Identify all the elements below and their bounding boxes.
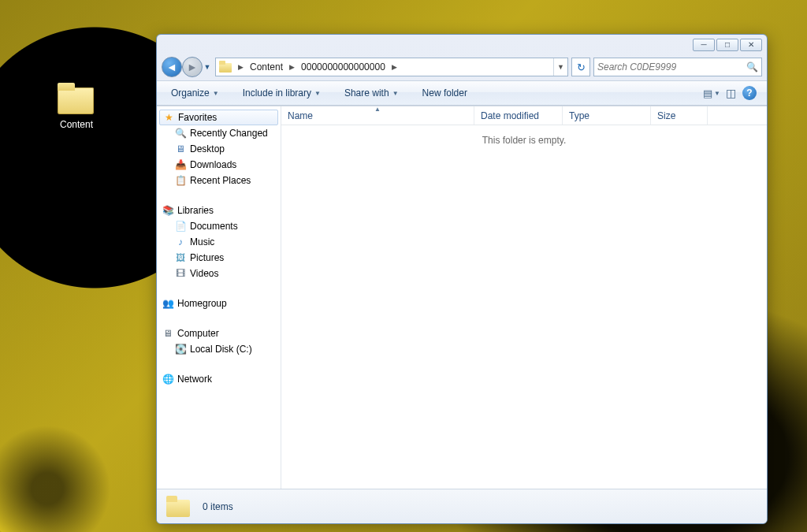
column-name[interactable]: ▲Name bbox=[281, 106, 474, 125]
documents-icon: 📄 bbox=[174, 220, 187, 233]
share-with-menu[interactable]: Share with▼ bbox=[338, 84, 405, 102]
view-icon: ▤ bbox=[703, 87, 712, 99]
sidebar-item-label: Desktop bbox=[190, 143, 225, 154]
computer-group[interactable]: 🖥Computer bbox=[157, 326, 281, 341]
new-folder-button[interactable]: New folder bbox=[416, 84, 474, 102]
breadcrumb-arrow-icon[interactable]: ▶ bbox=[286, 63, 298, 71]
chevron-down-icon: ▼ bbox=[314, 90, 321, 97]
sidebar-item-recent-places[interactable]: 📋Recent Places bbox=[157, 173, 281, 188]
address-bar[interactable]: ▶ Content ▶ 0000000000000000 ▶ ▼ bbox=[215, 58, 568, 76]
sidebar-item-label: Music bbox=[190, 236, 214, 247]
refresh-icon: ↻ bbox=[577, 61, 586, 73]
search-box[interactable]: 🔍 bbox=[593, 58, 762, 76]
sidebar-item-label: Recent Places bbox=[190, 175, 251, 186]
column-date-modified[interactable]: Date modified bbox=[474, 106, 563, 125]
group-label: Libraries bbox=[177, 205, 214, 216]
chevron-down-icon: ▼ bbox=[714, 90, 720, 97]
status-folder-icon bbox=[165, 495, 193, 519]
breadcrumb-folder[interactable]: 0000000000000000 bbox=[298, 58, 389, 76]
nav-buttons: ◄ ► ▼ bbox=[162, 57, 212, 77]
address-dropdown[interactable]: ▼ bbox=[553, 58, 567, 76]
empty-text: This folder is empty. bbox=[482, 135, 566, 489]
navigation-row: ◄ ► ▼ ▶ Content ▶ 0000000000000000 ▶ ▼ ↻… bbox=[157, 54, 767, 80]
column-label: Date modified bbox=[481, 110, 539, 121]
pane-icon: ◫ bbox=[726, 87, 736, 99]
minimize-icon: ─ bbox=[701, 40, 706, 49]
search-input[interactable] bbox=[597, 61, 746, 73]
organize-menu[interactable]: Organize▼ bbox=[165, 84, 225, 102]
desktop-background: Content ─ □ ✕ ◄ ► ▼ ▶ Content ▶ 00000000… bbox=[0, 0, 807, 532]
column-label: Size bbox=[657, 110, 675, 121]
column-label: Type bbox=[569, 110, 589, 121]
search-icon[interactable]: 🔍 bbox=[746, 61, 758, 73]
group-label: Network bbox=[177, 374, 212, 385]
column-spacer bbox=[708, 106, 767, 125]
navigation-pane: ★Favorites 🔍Recently Changed 🖥Desktop 📥D… bbox=[157, 106, 281, 489]
close-icon: ✕ bbox=[748, 40, 754, 49]
nav-history-dropdown[interactable]: ▼ bbox=[203, 63, 212, 71]
favorites-group[interactable]: ★Favorites bbox=[159, 110, 278, 125]
group-label: Homegroup bbox=[177, 298, 227, 309]
desktop-folder-content[interactable]: Content bbox=[46, 83, 107, 130]
videos-icon: 🎞 bbox=[174, 267, 187, 280]
back-button[interactable]: ◄ bbox=[162, 57, 182, 77]
forward-button[interactable]: ► bbox=[182, 57, 203, 77]
sidebar-item-videos[interactable]: 🎞Videos bbox=[157, 266, 281, 281]
preview-pane-button[interactable]: ◫ bbox=[721, 84, 740, 102]
refresh-button[interactable]: ↻ bbox=[571, 58, 590, 76]
sidebar-item-label: Videos bbox=[190, 268, 218, 279]
desktop-icon-label: Content bbox=[60, 119, 93, 130]
homegroup-group[interactable]: 👥Homegroup bbox=[157, 296, 281, 311]
pictures-icon: 🖼 bbox=[174, 251, 187, 264]
maximize-button[interactable]: □ bbox=[716, 39, 738, 51]
address-folder-icon bbox=[219, 61, 233, 73]
sidebar-item-local-disk-c[interactable]: 💽Local Disk (C:) bbox=[157, 341, 281, 357]
toolbar-label: Include in library bbox=[243, 87, 311, 99]
chevron-down-icon: ▼ bbox=[213, 90, 219, 97]
sidebar-item-desktop[interactable]: 🖥Desktop bbox=[157, 141, 281, 157]
breadcrumb-arrow-icon[interactable]: ▶ bbox=[235, 63, 247, 71]
column-label: Name bbox=[288, 110, 313, 121]
recent-icon: 📋 bbox=[174, 174, 187, 187]
close-button[interactable]: ✕ bbox=[740, 39, 762, 51]
sidebar-item-pictures[interactable]: 🖼Pictures bbox=[157, 250, 281, 266]
minimize-button[interactable]: ─ bbox=[693, 39, 715, 51]
group-label: Computer bbox=[177, 328, 219, 339]
sidebar-item-label: Downloads bbox=[190, 159, 236, 170]
network-icon: 🌐 bbox=[162, 373, 174, 385]
chevron-down-icon: ▼ bbox=[392, 90, 399, 97]
homegroup-icon: 👥 bbox=[162, 297, 174, 310]
network-group[interactable]: 🌐Network bbox=[157, 371, 281, 387]
sidebar-item-downloads[interactable]: 📥Downloads bbox=[157, 157, 281, 173]
sidebar-item-music[interactable]: ♪Music bbox=[157, 234, 281, 250]
explorer-window: ─ □ ✕ ◄ ► ▼ ▶ Content ▶ 0000000000000000… bbox=[156, 34, 768, 524]
status-text: 0 items bbox=[203, 501, 233, 512]
sidebar-item-label: Documents bbox=[190, 221, 238, 232]
sidebar-item-label: Pictures bbox=[190, 252, 224, 263]
view-options-button[interactable]: ▤▼ bbox=[702, 84, 721, 102]
forward-arrow-icon: ► bbox=[187, 61, 198, 73]
disk-icon: 💽 bbox=[174, 343, 187, 355]
breadcrumb-content[interactable]: Content bbox=[247, 58, 286, 76]
desktop-icon: 🖥 bbox=[174, 143, 187, 155]
star-icon: ★ bbox=[162, 111, 175, 124]
toolbar-label: New folder bbox=[422, 87, 467, 99]
music-icon: ♪ bbox=[174, 236, 187, 248]
sidebar-item-documents[interactable]: 📄Documents bbox=[157, 218, 281, 234]
status-bar: 0 items bbox=[157, 489, 767, 523]
sort-asc-icon: ▲ bbox=[374, 106, 381, 113]
sidebar-item-recently-changed[interactable]: 🔍Recently Changed bbox=[157, 125, 281, 141]
content-pane: ▲Name Date modified Type Size This folde… bbox=[281, 106, 767, 489]
back-arrow-icon: ◄ bbox=[166, 61, 177, 73]
maximize-icon: □ bbox=[725, 40, 730, 49]
help-button[interactable]: ? bbox=[740, 84, 759, 102]
column-size[interactable]: Size bbox=[651, 106, 708, 125]
libraries-group[interactable]: 📚Libraries bbox=[157, 203, 281, 218]
titlebar: ─ □ ✕ bbox=[157, 35, 767, 54]
search-folder-icon: 🔍 bbox=[174, 127, 187, 140]
breadcrumb-label: 0000000000000000 bbox=[301, 61, 385, 73]
column-type[interactable]: Type bbox=[563, 106, 651, 125]
include-in-library-menu[interactable]: Include in library▼ bbox=[236, 84, 327, 102]
libraries-icon: 📚 bbox=[162, 204, 174, 217]
breadcrumb-arrow-icon[interactable]: ▶ bbox=[389, 63, 400, 71]
